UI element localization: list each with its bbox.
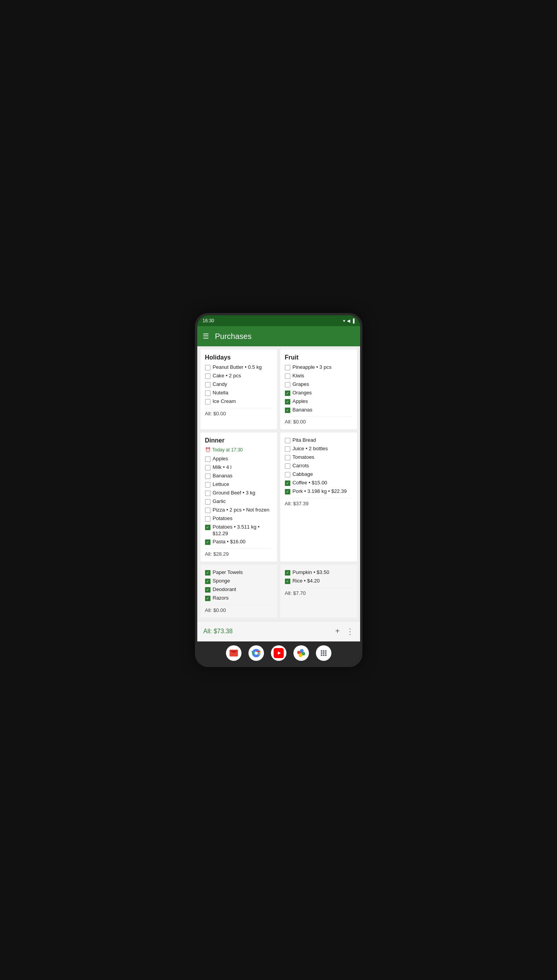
list-item[interactable]: Candy: [205, 381, 272, 388]
list-item[interactable]: ✓ Razors: [205, 595, 272, 601]
list-item[interactable]: ✓ Paper Towels: [205, 569, 272, 576]
checkbox-checked[interactable]: ✓: [285, 399, 290, 404]
checkbox-unchecked[interactable]: [285, 455, 290, 460]
list-item[interactable]: Milk • 4 l: [205, 464, 272, 471]
checkbox-unchecked[interactable]: [285, 463, 290, 469]
checkbox-checked[interactable]: ✓: [205, 539, 210, 545]
list-item[interactable]: ✓ Rice • $4.20: [285, 578, 352, 584]
checkbox-checked[interactable]: ✓: [205, 570, 210, 576]
checkbox-unchecked[interactable]: [205, 373, 210, 379]
item-label: Lettuce: [213, 481, 229, 488]
checkbox-unchecked[interactable]: [205, 382, 210, 387]
item-label: Potatoes: [213, 515, 233, 522]
checkbox-unchecked[interactable]: [285, 365, 290, 370]
checkbox-checked[interactable]: ✓: [285, 391, 290, 396]
list-item[interactable]: Ice Cream: [205, 398, 272, 405]
list-item[interactable]: Bananas: [205, 473, 272, 479]
bottom-bar: All: $73.38 + ⋮: [197, 621, 360, 641]
apps-icon[interactable]: [316, 645, 331, 661]
checkbox-unchecked[interactable]: [205, 456, 210, 462]
checkbox-checked[interactable]: ✓: [285, 489, 290, 494]
item-label: Bananas: [213, 473, 233, 479]
list-item[interactable]: ✓ Pork • 3.198 kg • $22.39: [285, 488, 352, 495]
list-item[interactable]: Pizza • 2 pcs • Not frozen: [205, 507, 272, 513]
card-total: All: $7.70: [285, 588, 352, 596]
checkbox-unchecked[interactable]: [285, 373, 290, 379]
list-item[interactable]: Garlic: [205, 498, 272, 505]
list-item[interactable]: ✓ Coffee • $15.00: [285, 480, 352, 486]
checkbox-unchecked[interactable]: [205, 365, 210, 370]
svg-point-8: [322, 652, 324, 654]
list-item[interactable]: Juice • 2 bottles: [285, 446, 352, 452]
list-item[interactable]: Apples: [205, 456, 272, 462]
holidays-title: Holidays: [205, 354, 272, 361]
list-item[interactable]: Lettuce: [205, 481, 272, 488]
list-item[interactable]: ✓ Oranges: [285, 390, 352, 396]
item-label: Milk • 4 l: [213, 464, 232, 471]
gmail-icon[interactable]: [226, 645, 241, 661]
add-button[interactable]: +: [335, 627, 340, 636]
card-total: All: $28.29: [205, 548, 272, 557]
checkbox-unchecked[interactable]: [205, 399, 210, 404]
item-label: Carrots: [293, 463, 309, 469]
item-label: Sponge: [213, 578, 230, 584]
fruit-title: Fruit: [285, 354, 352, 361]
item-label: Nutella: [213, 390, 228, 396]
more-options-button[interactable]: ⋮: [346, 627, 354, 636]
groceries-card: Pita Bread Juice • 2 bottles Tomatoes Ca…: [280, 432, 357, 562]
checkbox-unchecked[interactable]: [205, 499, 210, 505]
checkbox-checked[interactable]: ✓: [285, 570, 290, 576]
list-item[interactable]: ✓ Pasta • $16.00: [205, 539, 272, 545]
list-item[interactable]: ✓ Pumpkin • $3.50: [285, 569, 352, 576]
checkbox-unchecked[interactable]: [285, 438, 290, 443]
checkbox-checked[interactable]: ✓: [285, 579, 290, 584]
checkbox-unchecked[interactable]: [285, 472, 290, 477]
checkbox-unchecked[interactable]: [285, 446, 290, 452]
list-item[interactable]: Peanut Butter • 0.5 kg: [205, 364, 272, 371]
checkbox-unchecked[interactable]: [285, 382, 290, 387]
list-item[interactable]: Cake • 2 pcs: [205, 373, 272, 379]
menu-icon[interactable]: ☰: [203, 332, 209, 340]
checkbox-unchecked[interactable]: [205, 474, 210, 479]
checkbox-unchecked[interactable]: [205, 391, 210, 396]
checkbox-unchecked[interactable]: [205, 491, 210, 496]
youtube-icon[interactable]: [271, 645, 286, 661]
item-label: Razors: [213, 595, 229, 601]
list-item[interactable]: ✓ Deodorant: [205, 586, 272, 593]
item-label: Grapes: [293, 381, 309, 388]
list-item[interactable]: ✓ Potatoes • 3.511 kg • $12.29: [205, 524, 272, 537]
device: 16:30 ▾ ◀ ▐ ☰ Purchases Holidays Peanut …: [197, 315, 360, 665]
checkbox-checked[interactable]: ✓: [205, 587, 210, 593]
item-label: Apples: [293, 398, 308, 405]
wifi-icon: ▾: [343, 318, 345, 323]
checkbox-unchecked[interactable]: [205, 516, 210, 522]
checkbox-checked[interactable]: ✓: [205, 596, 210, 601]
checkbox-unchecked[interactable]: [205, 482, 210, 487]
list-item[interactable]: Cabbage: [285, 471, 352, 478]
list-item[interactable]: Carrots: [285, 463, 352, 469]
list-item[interactable]: Pita Bread: [285, 437, 352, 444]
checkbox-checked[interactable]: ✓: [205, 579, 210, 584]
svg-point-12: [325, 654, 326, 656]
item-label: Peanut Butter • 0.5 kg: [213, 364, 262, 371]
checkbox-checked[interactable]: ✓: [285, 408, 290, 413]
list-item[interactable]: Kiwis: [285, 373, 352, 379]
list-item[interactable]: ✓ Apples: [285, 398, 352, 405]
main-content: Holidays Peanut Butter • 0.5 kg Cake • 2…: [197, 346, 360, 621]
checkbox-checked[interactable]: ✓: [205, 525, 210, 530]
list-item[interactable]: Nutella: [205, 390, 272, 396]
list-item[interactable]: Tomatoes: [285, 454, 352, 461]
chrome-icon[interactable]: [248, 645, 264, 661]
list-item[interactable]: Potatoes: [205, 515, 272, 522]
list-item[interactable]: ✓ Bananas: [285, 407, 352, 413]
photos-icon[interactable]: [293, 645, 309, 661]
checkbox-unchecked[interactable]: [205, 508, 210, 513]
card-total: All: $0.00: [205, 408, 272, 417]
svg-point-9: [325, 652, 326, 654]
checkbox-unchecked[interactable]: [205, 465, 210, 470]
list-item[interactable]: Pineapple • 3 pcs: [285, 364, 352, 371]
list-item[interactable]: ✓ Sponge: [205, 578, 272, 584]
checkbox-checked[interactable]: ✓: [285, 480, 290, 486]
list-item[interactable]: Grapes: [285, 381, 352, 388]
list-item[interactable]: Ground Beef • 3 kg: [205, 490, 272, 496]
